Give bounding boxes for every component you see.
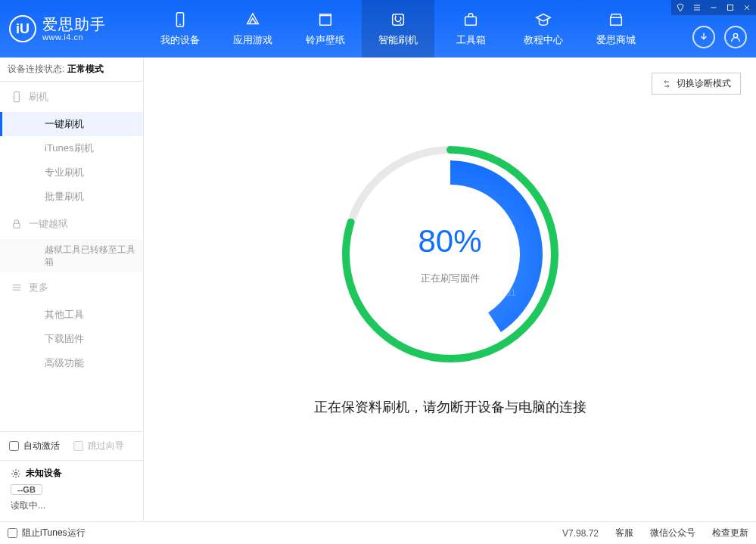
main-content: 切换诊断模式 bbox=[144, 58, 756, 521]
auto-activate-checkbox[interactable]: 自动激活 bbox=[9, 440, 60, 452]
user-button[interactable] bbox=[724, 26, 747, 48]
device-reading: 读取中... bbox=[11, 499, 135, 512]
section-label: 刷机 bbox=[29, 90, 48, 104]
store-icon bbox=[607, 11, 625, 29]
nav-label: 铃声壁纸 bbox=[306, 33, 345, 47]
brand-url: www.i4.cn bbox=[42, 33, 106, 42]
footer-link-update[interactable]: 检查更新 bbox=[712, 527, 748, 539]
main-nav: 我的设备 应用游戏 铃声壁纸 智能刷机 工具箱 教程中心 bbox=[144, 0, 652, 58]
connection-status: 设备连接状态: 正常模式 bbox=[0, 58, 143, 82]
nav-apps[interactable]: 应用游戏 bbox=[216, 0, 289, 58]
theme-icon[interactable] bbox=[674, 2, 686, 14]
sidebar-section-more[interactable]: 更多 bbox=[0, 272, 143, 303]
device-panel: 未知设备 --GB 读取中... bbox=[0, 460, 143, 521]
sidebar-item-oneclick-flash[interactable]: 一键刷机 bbox=[0, 112, 143, 136]
download-button[interactable] bbox=[692, 26, 715, 48]
sidebar-section-jailbreak[interactable]: 一键越狱 bbox=[0, 209, 143, 239]
nav-label: 爱思商城 bbox=[596, 33, 636, 47]
close-icon[interactable] bbox=[741, 2, 753, 14]
apps-icon bbox=[244, 11, 262, 29]
progress-ring: 01010 010101 0101 80% 正在刷写固件 bbox=[337, 141, 564, 368]
block-itunes-checkbox[interactable]: 阻止iTunes运行 bbox=[8, 527, 86, 539]
svg-point-6 bbox=[733, 33, 737, 37]
skip-guide-checkbox[interactable]: 跳过向导 bbox=[73, 440, 124, 452]
svg-rect-0 bbox=[728, 5, 733, 11]
device-storage: --GB bbox=[11, 484, 42, 495]
nav-tutorials[interactable]: 教程中心 bbox=[507, 0, 580, 58]
nav-ringtones[interactable]: 铃声壁纸 bbox=[289, 0, 362, 58]
sidebar-options: 自动激活 跳过向导 bbox=[0, 431, 143, 460]
app-logo-icon: iU bbox=[9, 15, 36, 42]
svg-rect-7 bbox=[14, 92, 20, 101]
sidebar-item-jailbreak-info: 越狱工具已转移至工具箱 bbox=[0, 239, 143, 272]
phone-icon bbox=[171, 11, 189, 29]
sidebar-item-pro-flash[interactable]: 专业刷机 bbox=[0, 160, 143, 185]
main-message: 正在保资料刷机，请勿断开设备与电脑的连接 bbox=[314, 398, 586, 416]
nav-label: 我的设备 bbox=[160, 33, 200, 47]
nav-label: 工具箱 bbox=[456, 33, 486, 47]
version-label: V7.98.72 bbox=[562, 528, 599, 539]
app-header: iU 爱思助手 www.i4.cn 我的设备 应用游戏 铃声壁纸 智能刷机 bbox=[0, 0, 756, 58]
device-name: 未知设备 bbox=[26, 467, 62, 480]
progress-percent: 80% bbox=[418, 223, 481, 260]
svg-point-2 bbox=[179, 24, 181, 26]
svg-rect-8 bbox=[14, 223, 20, 228]
footer-link-support[interactable]: 客服 bbox=[615, 527, 633, 539]
settings-icon bbox=[11, 468, 21, 479]
sidebar-item-batch-flash[interactable]: 批量刷机 bbox=[0, 185, 143, 209]
svg-rect-3 bbox=[320, 16, 331, 26]
header-right bbox=[692, 26, 747, 48]
switch-diag-mode-button[interactable]: 切换诊断模式 bbox=[652, 73, 741, 95]
nav-store[interactable]: 爱思商城 bbox=[580, 0, 652, 58]
svg-rect-4 bbox=[393, 14, 404, 26]
svg-rect-5 bbox=[465, 17, 477, 25]
nav-label: 智能刷机 bbox=[378, 33, 418, 47]
nav-label: 应用游戏 bbox=[233, 33, 272, 47]
minimize-icon[interactable] bbox=[708, 2, 720, 14]
maximize-icon[interactable] bbox=[724, 2, 736, 14]
sidebar-section-flash[interactable]: 刷机 bbox=[0, 82, 143, 112]
sidebar: 设备连接状态: 正常模式 刷机 一键刷机 iTunes刷机 专业刷机 批量刷机 … bbox=[0, 58, 144, 521]
footer: 阻止iTunes运行 V7.98.72 客服 微信公众号 检查更新 bbox=[0, 521, 756, 544]
sidebar-item-itunes-flash[interactable]: iTunes刷机 bbox=[0, 136, 143, 160]
wallpaper-icon bbox=[316, 11, 334, 29]
graduation-icon bbox=[534, 11, 552, 29]
brand: iU 爱思助手 www.i4.cn bbox=[0, 0, 144, 58]
status-value: 正常模式 bbox=[67, 63, 104, 76]
nav-label: 教程中心 bbox=[524, 33, 563, 47]
sidebar-item-other-tools[interactable]: 其他工具 bbox=[0, 303, 143, 327]
window-controls bbox=[671, 0, 756, 15]
toolbox-icon bbox=[462, 11, 480, 29]
nav-my-device[interactable]: 我的设备 bbox=[144, 0, 216, 58]
nav-flash[interactable]: 智能刷机 bbox=[362, 0, 434, 58]
sidebar-item-download-firmware[interactable]: 下载固件 bbox=[0, 327, 143, 351]
nav-toolbox[interactable]: 工具箱 bbox=[434, 0, 507, 58]
status-label: 设备连接状态: bbox=[8, 63, 64, 76]
refresh-icon bbox=[389, 11, 407, 29]
menu-icon[interactable] bbox=[691, 2, 703, 14]
sidebar-item-advanced[interactable]: 高级功能 bbox=[0, 351, 143, 375]
section-label: 一键越狱 bbox=[29, 217, 68, 231]
brand-title: 爱思助手 bbox=[42, 16, 106, 33]
footer-link-wechat[interactable]: 微信公众号 bbox=[650, 527, 695, 539]
progress-caption: 正在刷写固件 bbox=[421, 272, 480, 285]
section-label: 更多 bbox=[29, 281, 48, 294]
svg-point-9 bbox=[14, 472, 17, 475]
